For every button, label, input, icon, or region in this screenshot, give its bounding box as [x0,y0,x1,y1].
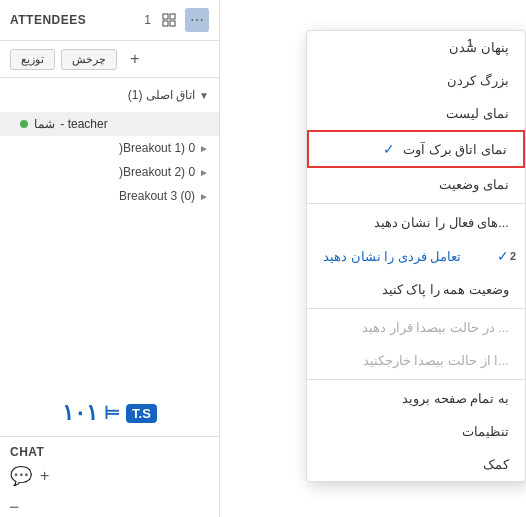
menu-item-settings[interactable]: تنظیمات [307,415,525,448]
menu-item-kick-all: ...ا از حالت بیصدا خارجکنید [307,344,525,377]
menu-item-mute-all: ... در حالت بیصدا قرار دهید [307,311,525,344]
menu-item-show-active[interactable]: ...های فعال را نشان دهید [307,206,525,239]
checkmark-interaction: ✓ [497,248,509,264]
badge-1: 1 [467,37,473,49]
menu-item-zoom[interactable]: بزرگ کردن [307,64,525,97]
menu-item-show-interaction[interactable]: ✓ تعامل فردی را نشان دهید [307,239,525,273]
menu-divider-1 [307,203,525,204]
menu-item-list-view[interactable]: نمای لیست [307,97,525,130]
checkmark-breakout: ✓ [383,141,395,157]
menu-item-breakout-view[interactable]: 2 نمای اتاق برک آوت ✓ [307,130,525,168]
dropdown-overlay: 1 پنهان شدن بزرگ کردن نمای لیست 2 نمای ا… [0,0,526,517]
menu-item-clear-all[interactable]: وضعیت همه را پاک کنید [307,273,525,306]
menu-divider-3 [307,379,525,380]
menu-item-help[interactable]: کمک [307,448,525,481]
dropdown-menu: 1 پنهان شدن بزرگ کردن نمای لیست 2 نمای ا… [306,30,526,482]
menu-item-hide[interactable]: پنهان شدن [307,31,525,64]
badge-2: 2 [510,250,516,262]
menu-item-full-page[interactable]: به تمام صفحه بروید [307,382,525,415]
menu-divider-2 [307,308,525,309]
menu-item-status-view[interactable]: نمای وضعیت [307,168,525,201]
